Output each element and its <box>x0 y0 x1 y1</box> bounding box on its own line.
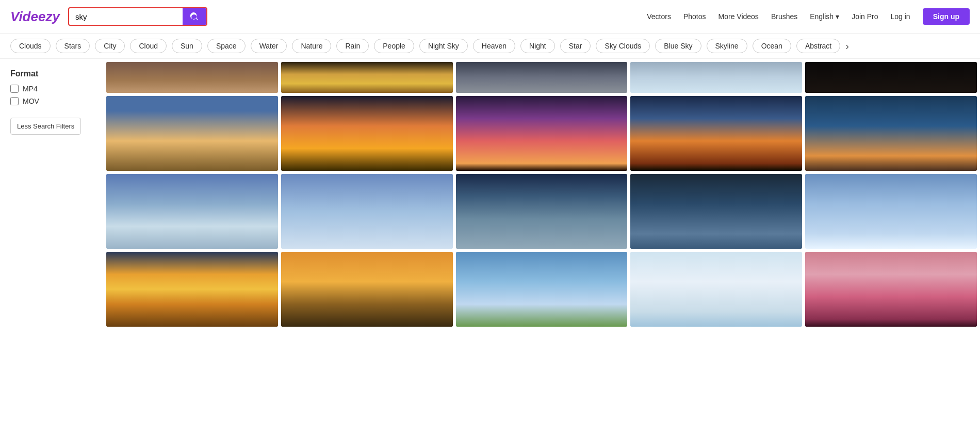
search-bar <box>68 7 207 26</box>
video-grid <box>103 59 980 330</box>
tag-water[interactable]: Water <box>251 39 287 53</box>
site-logo[interactable]: Videezy <box>10 9 60 25</box>
tag-rain[interactable]: Rain <box>336 39 369 53</box>
grid-item[interactable] <box>456 62 628 93</box>
sidebar: Format MP4 MOV Less Search Filters <box>0 59 103 330</box>
header: Videezy Vectors Photos More Videos Brush… <box>0 0 980 34</box>
format-mp4-checkbox[interactable] <box>10 85 19 93</box>
log-in-button[interactable]: Log in <box>891 12 910 21</box>
tag-sky-clouds[interactable]: Sky Clouds <box>596 39 650 53</box>
tag-night[interactable]: Night <box>520 39 555 53</box>
format-mov-label: MOV <box>23 97 39 105</box>
tag-heaven[interactable]: Heaven <box>473 39 515 53</box>
tag-ocean[interactable]: Ocean <box>753 39 791 53</box>
grid-item[interactable] <box>456 174 628 249</box>
grid-item[interactable] <box>630 174 802 249</box>
grid-item[interactable] <box>456 252 628 327</box>
tags-bar: CloudsStarsCityCloudSunSpaceWaterNatureR… <box>0 34 980 59</box>
nav-brushes[interactable]: Brushes <box>771 12 797 21</box>
format-title: Format <box>10 69 93 78</box>
grid-item[interactable] <box>630 62 802 93</box>
grid-item[interactable] <box>456 96 628 171</box>
grid-item[interactable] <box>281 174 453 249</box>
nav-more-videos[interactable]: More Videos <box>718 12 759 21</box>
less-filters-button[interactable]: Less Search Filters <box>10 118 81 135</box>
tag-star[interactable]: Star <box>560 39 591 53</box>
tag-city[interactable]: City <box>95 39 125 53</box>
sign-up-button[interactable]: Sign up <box>923 8 970 25</box>
grid-item[interactable] <box>805 96 977 171</box>
language-selector[interactable]: English ▾ <box>810 12 839 21</box>
main-nav: Vectors Photos More Videos Brushes Engli… <box>647 8 970 25</box>
join-pro-button[interactable]: Join Pro <box>852 12 878 21</box>
search-button[interactable] <box>183 8 206 25</box>
grid-item[interactable] <box>805 252 977 327</box>
grid-item[interactable] <box>106 62 278 93</box>
grid-item[interactable] <box>281 62 453 93</box>
format-mp4-label: MP4 <box>23 85 38 93</box>
nav-vectors[interactable]: Vectors <box>647 12 671 21</box>
tag-abstract[interactable]: Abstract <box>796 39 840 53</box>
tag-blue-sky[interactable]: Blue Sky <box>655 39 701 53</box>
grid-item[interactable] <box>805 62 977 93</box>
tag-people[interactable]: People <box>374 39 414 53</box>
main-container: Format MP4 MOV Less Search Filters <box>0 59 980 330</box>
search-input[interactable] <box>69 9 183 24</box>
tag-sun[interactable]: Sun <box>172 39 202 53</box>
tag-night-sky[interactable]: Night Sky <box>419 39 468 53</box>
grid-item[interactable] <box>805 174 977 249</box>
format-mov-checkbox[interactable] <box>10 97 19 105</box>
nav-photos[interactable]: Photos <box>683 12 706 21</box>
grid-item[interactable] <box>106 252 278 327</box>
format-mov-row[interactable]: MOV <box>10 97 93 105</box>
grid-item[interactable] <box>281 96 453 171</box>
chevron-down-icon: ▾ <box>836 12 839 21</box>
grid-item[interactable] <box>106 96 278 171</box>
tag-stars[interactable]: Stars <box>56 39 90 53</box>
tag-nature[interactable]: Nature <box>292 39 331 53</box>
grid-item[interactable] <box>106 174 278 249</box>
grid-item[interactable] <box>281 252 453 327</box>
tag-cloud[interactable]: Cloud <box>130 39 167 53</box>
format-mp4-row[interactable]: MP4 <box>10 85 93 93</box>
tags-next-arrow[interactable]: › <box>845 40 849 52</box>
grid-item[interactable] <box>630 96 802 171</box>
tag-clouds[interactable]: Clouds <box>10 39 51 53</box>
language-label: English <box>810 12 834 21</box>
tag-space[interactable]: Space <box>207 39 246 53</box>
grid-item[interactable] <box>630 252 802 327</box>
tag-skyline[interactable]: Skyline <box>707 39 747 53</box>
